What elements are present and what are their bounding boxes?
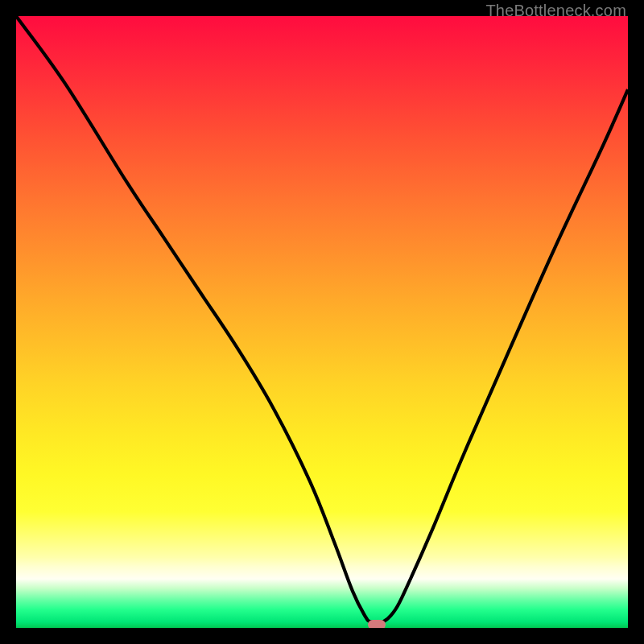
bottleneck-curve — [16, 16, 628, 628]
watermark-label: TheBottleneck.com — [485, 2, 626, 20]
curve-path — [16, 16, 628, 623]
plot-area — [16, 16, 628, 628]
minimum-marker-icon — [368, 620, 386, 628]
chart-frame: TheBottleneck.com — [0, 0, 644, 644]
